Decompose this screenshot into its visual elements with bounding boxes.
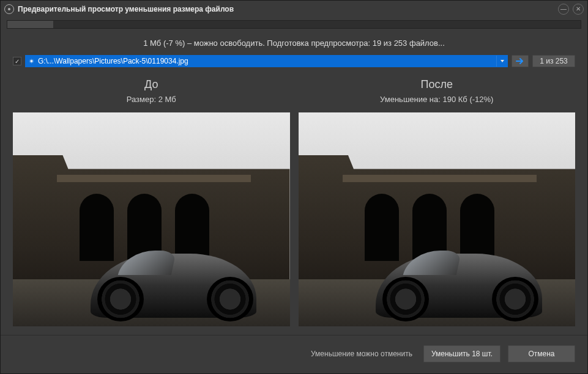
- before-pane: До Размер: 2 Мб: [13, 72, 290, 326]
- close-button[interactable]: ✕: [573, 4, 584, 15]
- file-counter: 1 из 253: [532, 55, 575, 67]
- file-path-row: ✓ ✴ G:\...\Wallpapers\Pictures\Pack-5\01…: [1, 55, 587, 72]
- shrink-icon: ✴: [26, 57, 37, 65]
- after-preview: [299, 112, 576, 326]
- preview-window: Предварительный просмотр уменьшения разм…: [0, 0, 588, 374]
- status-text: 1 Мб (-7 %) – можно освободить. Подготов…: [1, 30, 587, 55]
- file-path-text: G:\...\Wallpapers\Pictures\Pack-5\011903…: [37, 57, 496, 65]
- progress-fill: [7, 21, 53, 28]
- include-checkbox[interactable]: ✓: [13, 57, 21, 65]
- progress-bar: [7, 20, 581, 29]
- before-title: До: [13, 72, 290, 95]
- app-icon: [4, 4, 14, 14]
- before-subtitle: Размер: 2 Мб: [13, 95, 290, 112]
- minimize-button[interactable]: —: [558, 4, 569, 15]
- after-title: После: [299, 72, 576, 95]
- window-title: Предварительный просмотр уменьшения разм…: [18, 5, 554, 13]
- before-preview: [13, 112, 290, 326]
- footer: Уменьшение можно отменить Уменьшить 18 ш…: [1, 335, 587, 373]
- arrow-right-icon: [516, 57, 524, 65]
- cancel-button[interactable]: Отмена: [508, 345, 575, 362]
- titlebar: Предварительный просмотр уменьшения разм…: [1, 1, 587, 18]
- after-pane: После Уменьшение на: 190 Кб (-12%): [299, 72, 576, 326]
- compare-area: До Размер: 2 Мб После Уменьшение на: 190…: [1, 72, 587, 326]
- file-dropdown[interactable]: [496, 56, 507, 67]
- file-path-field[interactable]: ✴ G:\...\Wallpapers\Pictures\Pack-5\0119…: [25, 55, 508, 67]
- next-file-button[interactable]: [512, 55, 529, 67]
- after-subtitle: Уменьшение на: 190 Кб (-12%): [299, 95, 576, 112]
- shrink-button[interactable]: Уменьшить 18 шт.: [423, 345, 501, 362]
- chevron-down-icon: [500, 59, 505, 64]
- footer-hint: Уменьшение можно отменить: [311, 350, 412, 358]
